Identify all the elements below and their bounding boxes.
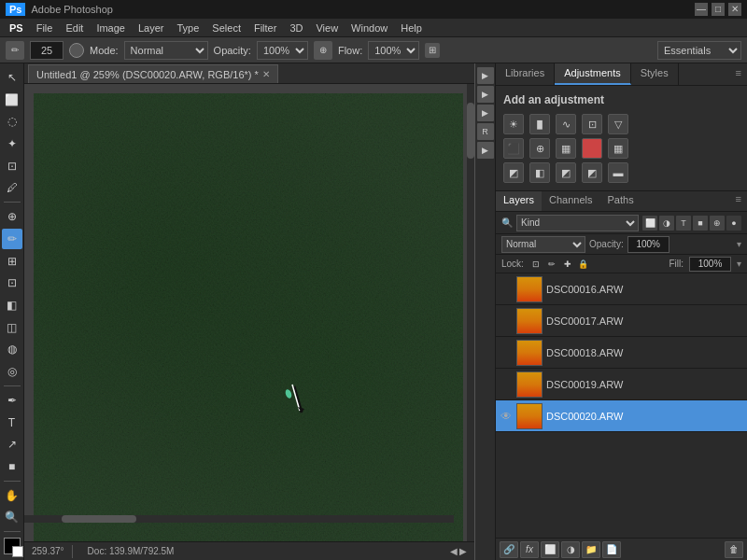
type-tool[interactable]: T — [2, 413, 22, 433]
layer-item-dsc00020[interactable]: 👁 DSC00020.ARW — [496, 400, 747, 432]
canvas-scrollbar-horizontal[interactable] — [24, 515, 454, 523]
path-selection-tool[interactable]: ↗ — [2, 434, 22, 455]
panel-icon-5[interactable]: ▶ — [477, 142, 494, 159]
canvas-tab[interactable]: Untitled1 @ 259% (DSC00020.ARW, RGB/16*)… — [28, 64, 278, 83]
dodge-tool[interactable]: ◎ — [2, 361, 22, 382]
canvas[interactable] — [34, 93, 463, 541]
quick-select-tool[interactable]: ✦ — [2, 133, 22, 154]
layer-item-dsc00019[interactable]: DSC00019.ARW — [496, 369, 747, 400]
gradient-tool[interactable]: ◫ — [2, 317, 22, 338]
background-color[interactable] — [12, 546, 23, 557]
healing-tool[interactable]: ⊕ — [2, 206, 22, 227]
layers-tab-channels[interactable]: Channels — [542, 191, 599, 211]
layers-tab-paths[interactable]: Paths — [600, 191, 641, 211]
layer-group-button[interactable]: 📁 — [582, 541, 600, 558]
posterize-adj-icon[interactable]: ◩ — [556, 162, 576, 183]
menu-type[interactable]: Type — [172, 21, 205, 35]
close-button[interactable]: ✕ — [728, 3, 741, 16]
history-brush-tool[interactable]: ⊡ — [2, 273, 22, 293]
channelmix-adj-icon[interactable]: ▦ — [608, 138, 628, 159]
photofilter-adj-icon[interactable] — [582, 138, 602, 159]
styles-tab[interactable]: Styles — [631, 63, 679, 85]
menu-layer[interactable]: Layer — [133, 21, 170, 35]
fill-input[interactable] — [689, 257, 731, 272]
minimize-button[interactable]: — — [695, 3, 708, 16]
zoom-tool[interactable]: 🔍 — [2, 508, 22, 528]
exposure-adj-icon[interactable]: ⊡ — [582, 114, 602, 134]
brush-tool[interactable]: ✏ — [2, 229, 22, 249]
layer-adjustment-button[interactable]: ◑ — [561, 541, 580, 558]
workspace-select[interactable]: Essentials Photography — [657, 41, 741, 60]
filter-toggle[interactable]: ● — [726, 216, 741, 231]
filter-type-icon[interactable]: T — [676, 216, 691, 231]
lock-image-icon[interactable]: ✏ — [545, 258, 558, 271]
marquee-tool[interactable]: ⬜ — [2, 90, 22, 110]
brush-preview-icon[interactable] — [69, 43, 84, 58]
lock-position-icon[interactable]: ✚ — [561, 258, 574, 271]
layer-fx-button[interactable]: fx — [520, 541, 539, 558]
layers-tab-layers[interactable]: Layers — [496, 191, 542, 211]
libraries-tab[interactable]: Libraries — [496, 63, 555, 85]
menu-filter[interactable]: Filter — [248, 21, 282, 35]
colorlookup-adj-icon[interactable]: ◩ — [503, 162, 524, 183]
lock-all-icon[interactable]: 🔒 — [577, 258, 590, 271]
layer-item-dsc00018[interactable]: DSC00018.ARW — [496, 337, 747, 369]
menu-ps[interactable]: PS — [4, 21, 29, 35]
layer-mask-button[interactable]: ⬜ — [541, 541, 559, 558]
blend-mode-select[interactable]: Normal Multiply Screen — [501, 236, 585, 253]
layer-item-dsc00016[interactable]: DSC00016.ARW — [496, 273, 747, 305]
bw-adj-icon[interactable]: ▦ — [556, 138, 576, 159]
menu-select[interactable]: Select — [206, 21, 247, 35]
airbrush-icon[interactable]: ⊕ — [314, 41, 332, 60]
clone-tool[interactable]: ⊞ — [2, 251, 22, 272]
layer-visibility-dsc00020[interactable]: 👁 — [500, 410, 513, 423]
filter-type-select[interactable]: Kind Name Effect — [516, 215, 639, 231]
layer-new-button[interactable]: 📄 — [602, 541, 621, 558]
hand-tool[interactable]: ✋ — [2, 485, 22, 506]
fill-dropdown-arrow[interactable]: ▾ — [737, 259, 741, 269]
menu-edit[interactable]: Edit — [60, 21, 89, 35]
eyedropper-tool[interactable]: 🖊 — [2, 178, 22, 199]
layer-visibility-dsc00017[interactable] — [500, 315, 513, 328]
colorbalance-adj-icon[interactable]: ⊕ — [529, 138, 550, 159]
threshold-adj-icon[interactable]: ◩ — [582, 162, 602, 183]
menu-help[interactable]: Help — [395, 21, 428, 35]
curves-adj-icon[interactable]: ∿ — [556, 114, 576, 134]
blur-tool[interactable]: ◍ — [2, 340, 22, 360]
prev-arrow[interactable]: ◀ — [450, 546, 458, 556]
panel-icon-3[interactable]: ▶ — [477, 105, 494, 121]
crop-tool[interactable]: ⊡ — [2, 156, 22, 176]
gradientmap-adj-icon[interactable]: ▬ — [608, 162, 628, 183]
invert-adj-icon[interactable]: ◧ — [529, 162, 550, 183]
panel-icon-1[interactable]: ▶ — [477, 67, 494, 84]
pen-tool[interactable]: ✒ — [2, 390, 22, 411]
filter-pixel-icon[interactable]: ⬜ — [642, 216, 657, 231]
lasso-tool[interactable]: ◌ — [2, 111, 22, 132]
filter-adjustment-icon[interactable]: ◑ — [659, 216, 674, 231]
blend-dropdown-arrow[interactable]: ▾ — [737, 239, 741, 249]
panel-icon-4[interactable]: R — [477, 123, 494, 140]
scrollbar-thumb-h[interactable] — [62, 515, 136, 523]
opacity-input[interactable] — [627, 236, 669, 253]
layer-visibility-dsc00018[interactable] — [500, 346, 513, 359]
menu-view[interactable]: View — [310, 21, 344, 35]
brush-size-input[interactable] — [30, 41, 63, 60]
opacity-select[interactable]: 100% 75% 50% — [257, 41, 308, 60]
menu-file[interactable]: File — [31, 21, 59, 35]
pressure-icon[interactable]: ⊞ — [425, 43, 440, 58]
shape-tool[interactable]: ■ — [2, 456, 22, 477]
levels-adj-icon[interactable]: ▐▌ — [529, 114, 550, 134]
foreground-color[interactable] — [4, 538, 21, 554]
adjustments-panel-menu[interactable]: ≡ — [730, 63, 747, 85]
canvas-scrollbar-vertical[interactable] — [467, 84, 474, 541]
menu-window[interactable]: Window — [345, 21, 393, 35]
filter-smart-icon[interactable]: ⊕ — [710, 216, 725, 231]
layer-delete-button[interactable]: 🗑 — [725, 541, 743, 558]
status-nav-arrows[interactable]: ◀ ▶ — [450, 546, 467, 556]
layer-link-button[interactable]: 🔗 — [500, 541, 518, 558]
layer-visibility-dsc00016[interactable] — [500, 283, 513, 296]
move-tool[interactable]: ↖ — [2, 67, 22, 88]
layer-visibility-dsc00019[interactable] — [500, 378, 513, 391]
next-arrow[interactable]: ▶ — [459, 546, 467, 556]
menu-3d[interactable]: 3D — [284, 21, 308, 35]
